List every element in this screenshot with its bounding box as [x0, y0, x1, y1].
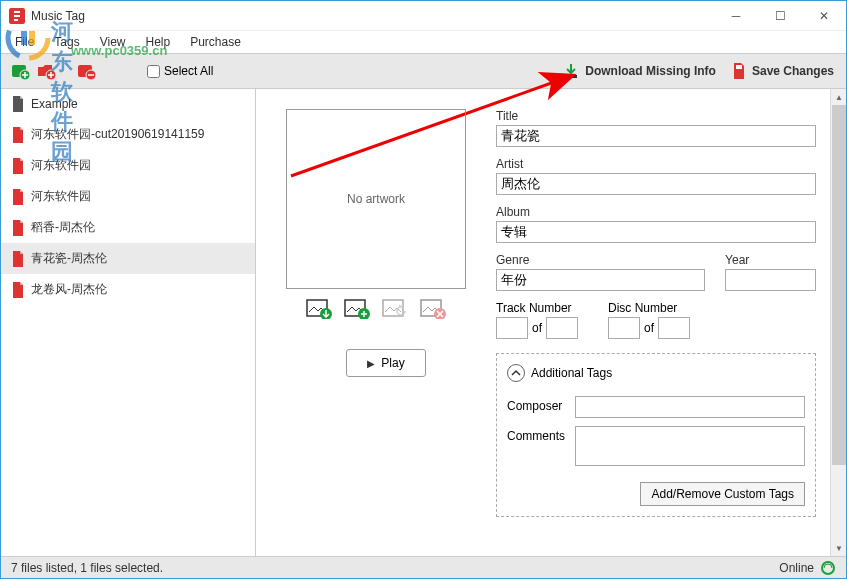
comments-input[interactable]: [575, 426, 805, 466]
file-item[interactable]: 河东软件园: [1, 181, 255, 212]
content-pane: No artwork Play Title Artist Album Genre…: [256, 89, 846, 556]
menu-purchase[interactable]: Purchase: [180, 32, 251, 52]
album-input[interactable]: [496, 221, 816, 243]
window-titlebar: Music Tag ─ ☐ ✕: [1, 1, 846, 31]
scrollbar-thumb[interactable]: [832, 105, 846, 465]
menu-help[interactable]: Help: [136, 32, 181, 52]
online-status-icon: [820, 560, 836, 576]
disc-number-label: Disc Number: [608, 301, 690, 315]
add-remove-custom-tags-button[interactable]: Add/Remove Custom Tags: [640, 482, 805, 506]
file-list-sidebar: Example河东软件园-cut20190619141159河东软件园河东软件园…: [1, 89, 256, 556]
track-number-label: Track Number: [496, 301, 578, 315]
file-icon: [11, 189, 25, 205]
genre-label: Genre: [496, 253, 705, 267]
file-item[interactable]: 河东软件园-cut20190619141159: [1, 119, 255, 150]
file-name: 龙卷风-周杰伦: [31, 281, 107, 298]
title-label: Title: [496, 109, 816, 123]
close-button[interactable]: ✕: [802, 1, 846, 31]
save-changes-button[interactable]: Save Changes: [732, 63, 834, 79]
file-icon: [11, 127, 25, 143]
scroll-up-arrow[interactable]: ▲: [831, 89, 846, 105]
file-item[interactable]: 青花瓷-周杰伦: [1, 243, 255, 274]
file-icon: [11, 158, 25, 174]
file-name: 稻香-周杰伦: [31, 219, 95, 236]
download-missing-info-button[interactable]: Download Missing Info: [563, 63, 716, 79]
collapse-toggle[interactable]: [507, 364, 525, 382]
minimize-button[interactable]: ─: [714, 1, 758, 31]
additional-tags-panel: Additional Tags Composer Comments Add/Re…: [496, 353, 816, 517]
download-icon: [563, 63, 579, 79]
svg-rect-17: [383, 300, 403, 316]
online-status-label: Online: [779, 561, 814, 575]
status-text: 7 files listed, 1 files selected.: [11, 561, 779, 575]
window-title: Music Tag: [31, 9, 714, 23]
maximize-button[interactable]: ☐: [758, 1, 802, 31]
add-file-button[interactable]: [11, 61, 31, 81]
app-icon: [9, 8, 25, 24]
file-name: Example: [31, 97, 78, 111]
composer-input[interactable]: [575, 396, 805, 418]
toolbar: Select All Download Missing Info Save Ch…: [1, 53, 846, 89]
svg-rect-12: [736, 65, 742, 69]
svg-rect-11: [565, 75, 577, 78]
artwork-placeholder[interactable]: No artwork: [286, 109, 466, 289]
select-all-label: Select All: [164, 64, 213, 78]
file-item[interactable]: Example: [1, 89, 255, 119]
disc-number-input[interactable]: [608, 317, 640, 339]
file-name: 河东软件园: [31, 157, 91, 174]
file-item[interactable]: 龙卷风-周杰伦: [1, 274, 255, 305]
file-item[interactable]: 河东软件园: [1, 150, 255, 181]
file-icon: [11, 96, 25, 112]
additional-tags-header: Additional Tags: [531, 366, 612, 380]
menu-view[interactable]: View: [90, 32, 136, 52]
artist-input[interactable]: [496, 173, 816, 195]
artwork-add-button[interactable]: [344, 299, 370, 319]
menu-tags[interactable]: Tags: [44, 32, 89, 52]
play-button[interactable]: Play: [346, 349, 426, 377]
disc-total-input[interactable]: [658, 317, 690, 339]
artwork-revert-button[interactable]: [382, 299, 408, 319]
file-item[interactable]: 稻香-周杰伦: [1, 212, 255, 243]
comments-label: Comments: [507, 426, 571, 443]
file-name: 河东软件园: [31, 188, 91, 205]
add-folder-button[interactable]: [37, 61, 57, 81]
title-input[interactable]: [496, 125, 816, 147]
menu-file[interactable]: File: [5, 32, 44, 52]
save-icon: [732, 63, 746, 79]
file-icon: [11, 220, 25, 236]
statusbar: 7 files listed, 1 files selected. Online: [1, 556, 846, 578]
album-label: Album: [496, 205, 816, 219]
track-number-input[interactable]: [496, 317, 528, 339]
remove-button[interactable]: [77, 61, 97, 81]
file-name: 青花瓷-周杰伦: [31, 250, 107, 267]
select-all-checkbox[interactable]: [147, 65, 160, 78]
artwork-download-button[interactable]: [306, 299, 332, 319]
menubar: File Tags View Help Purchase: [1, 31, 846, 53]
artwork-delete-button[interactable]: [420, 299, 446, 319]
composer-label: Composer: [507, 396, 571, 413]
track-total-input[interactable]: [546, 317, 578, 339]
file-icon: [11, 251, 25, 267]
year-label: Year: [725, 253, 816, 267]
scroll-down-arrow[interactable]: ▼: [831, 540, 846, 556]
file-name: 河东软件园-cut20190619141159: [31, 126, 204, 143]
file-icon: [11, 282, 25, 298]
artist-label: Artist: [496, 157, 816, 171]
year-input[interactable]: [725, 269, 816, 291]
genre-input[interactable]: [496, 269, 705, 291]
content-scrollbar[interactable]: ▲ ▼: [830, 89, 846, 556]
